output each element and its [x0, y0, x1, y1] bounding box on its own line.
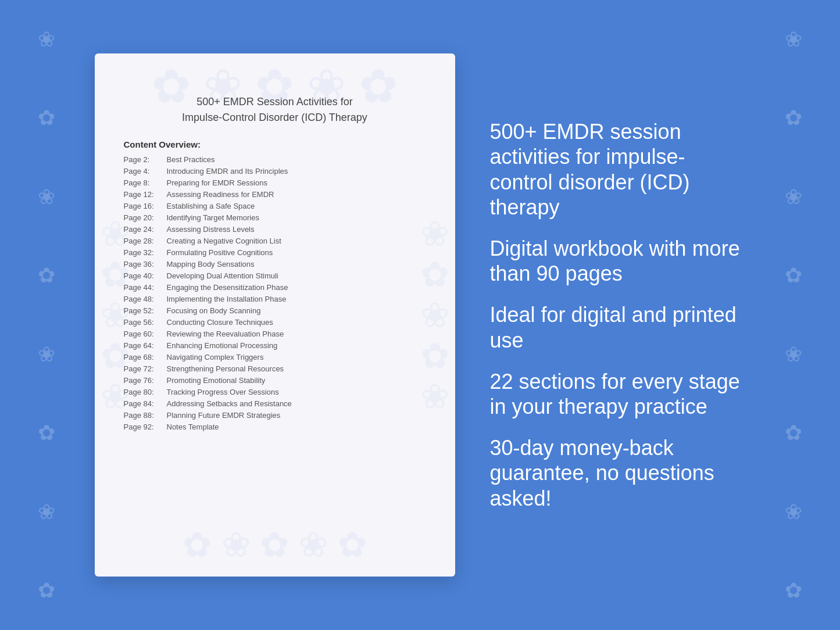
toc-item: Page 88:Planning Future EMDR Strategies: [124, 411, 426, 420]
toc-page-title: Assessing Distress Levels: [167, 225, 255, 234]
toc-page-title: Developing Dual Attention Stimuli: [167, 271, 278, 280]
feature-text-5: 30-day money-back guarantee, no question…: [490, 435, 746, 511]
toc-page-number: Page 32:: [124, 248, 165, 257]
right-panel: 500+ EMDR session activities for impulse…: [490, 119, 746, 510]
toc-item: Page 84:Addressing Setbacks and Resistan…: [124, 399, 426, 408]
floral-icon: ❀: [785, 29, 802, 50]
main-container: ✿ ❀ ✿ ❀ ✿ ✿ ❀ ✿ ❀ ✿ ❀✿❀✿❀ ❀✿❀✿❀ 500+ EMD…: [72, 53, 769, 577]
toc-page-title: Reviewing the Reevaluation Phase: [167, 330, 284, 338]
toc-page-number: Page 2:: [124, 155, 165, 164]
toc-page-number: Page 80:: [124, 388, 165, 396]
toc-page-number: Page 52:: [124, 306, 165, 315]
table-of-contents: Page 2:Best PracticesPage 4:Introducing …: [124, 155, 426, 431]
toc-page-number: Page 28:: [124, 237, 165, 245]
toc-item: Page 28:Creating a Negative Cognition Li…: [124, 237, 426, 245]
toc-page-number: Page 20:: [124, 213, 165, 222]
toc-page-number: Page 16:: [124, 202, 165, 210]
toc-page-title: Creating a Negative Cognition List: [167, 237, 281, 245]
toc-item: Page 44:Engaging the Desensitization Pha…: [124, 283, 426, 292]
toc-item: Page 80:Tracking Progress Over Sessions: [124, 388, 426, 396]
toc-page-title: Introducing EMDR and Its Principles: [167, 167, 288, 176]
floral-icon: ❀: [785, 344, 802, 365]
toc-page-number: Page 64:: [124, 341, 165, 350]
toc-item: Page 48:Implementing the Installation Ph…: [124, 295, 426, 303]
toc-page-title: Focusing on Body Scanning: [167, 306, 261, 315]
toc-item: Page 8:Preparing for EMDR Sessions: [124, 178, 426, 187]
toc-page-title: Implementing the Installation Phase: [167, 295, 287, 303]
toc-page-title: Best Practices: [167, 155, 215, 164]
toc-item: Page 20:Identifying Target Memories: [124, 213, 426, 222]
toc-page-number: Page 12:: [124, 190, 165, 199]
toc-item: Page 36:Mapping Body Sensations: [124, 260, 426, 269]
feature-text-1: 500+ EMDR session activities for impulse…: [490, 119, 746, 220]
toc-page-title: Promoting Emotional Stability: [167, 376, 266, 385]
toc-page-title: Mapping Body Sensations: [167, 260, 255, 269]
toc-page-title: Planning Future EMDR Strategies: [167, 411, 281, 420]
toc-page-number: Page 68:: [124, 353, 165, 361]
floral-right-decoration: ❀ ✿ ❀ ✿ ❀ ✿ ❀ ✿: [747, 0, 840, 630]
toc-page-title: Enhancing Emotional Processing: [167, 341, 278, 350]
feature-text-4: 22 sections for every stage in your ther…: [490, 369, 746, 419]
floral-icon: ❀: [785, 502, 802, 522]
toc-page-number: Page 88:: [124, 411, 165, 420]
document-card: ✿ ❀ ✿ ❀ ✿ ✿ ❀ ✿ ❀ ✿ ❀✿❀✿❀ ❀✿❀✿❀ 500+ EMD…: [95, 53, 455, 577]
toc-page-number: Page 8:: [124, 178, 165, 187]
toc-item: Page 40:Developing Dual Attention Stimul…: [124, 271, 426, 280]
toc-item: Page 76:Promoting Emotional Stability: [124, 376, 426, 385]
toc-item: Page 4:Introducing EMDR and Its Principl…: [124, 167, 426, 176]
toc-page-title: Notes Template: [167, 423, 219, 431]
toc-page-title: Establishing a Safe Space: [167, 202, 255, 210]
floral-icon: ❀: [785, 187, 802, 207]
floral-icon: ✿: [785, 108, 802, 128]
toc-page-number: Page 72:: [124, 364, 165, 373]
toc-page-title: Conducting Closure Techniques: [167, 318, 273, 327]
floral-icon: ✿: [785, 265, 802, 286]
toc-item: Page 60:Reviewing the Reevaluation Phase: [124, 330, 426, 338]
toc-item: Page 64:Enhancing Emotional Processing: [124, 341, 426, 350]
toc-page-title: Identifying Target Memories: [167, 213, 259, 222]
floral-icon: ✿: [785, 580, 802, 601]
floral-icon: ✿: [38, 265, 55, 286]
toc-page-title: Engaging the Desensitization Phase: [167, 283, 288, 292]
toc-item: Page 72:Strengthening Personal Resources: [124, 364, 426, 373]
feature-text-3: Ideal for digital and printed use: [490, 302, 746, 352]
floral-left-decoration: ❀ ✿ ❀ ✿ ❀ ✿ ❀ ✿: [0, 0, 93, 630]
toc-page-number: Page 44:: [124, 283, 165, 292]
toc-item: Page 68:Navigating Complex Triggers: [124, 353, 426, 361]
toc-page-title: Strengthening Personal Resources: [167, 364, 284, 373]
toc-item: Page 2:Best Practices: [124, 155, 426, 164]
toc-page-number: Page 24:: [124, 225, 165, 234]
content-overview-label: Content Overview:: [124, 139, 426, 149]
toc-item: Page 12:Assessing Readiness for EMDR: [124, 190, 426, 199]
floral-icon: ❀: [38, 187, 55, 207]
toc-page-number: Page 84:: [124, 399, 165, 408]
toc-page-title: Addressing Setbacks and Resistance: [167, 399, 292, 408]
toc-page-number: Page 60:: [124, 330, 165, 338]
toc-page-title: Preparing for EMDR Sessions: [167, 178, 267, 187]
toc-page-number: Page 40:: [124, 271, 165, 280]
toc-page-number: Page 92:: [124, 423, 165, 431]
floral-icon: ❀: [38, 344, 55, 365]
floral-icon: ✿: [785, 423, 802, 443]
feature-text-2: Digital workbook with more than 90 pages: [490, 236, 746, 286]
toc-item: Page 92:Notes Template: [124, 423, 426, 431]
toc-page-number: Page 4:: [124, 167, 165, 176]
floral-icon: ❀: [38, 29, 55, 50]
floral-icon: ✿: [38, 108, 55, 128]
document-title: 500+ EMDR Session Activities for Impulse…: [124, 94, 426, 126]
toc-page-number: Page 76:: [124, 376, 165, 385]
toc-item: Page 24:Assessing Distress Levels: [124, 225, 426, 234]
toc-item: Page 16:Establishing a Safe Space: [124, 202, 426, 210]
toc-page-title: Navigating Complex Triggers: [167, 353, 264, 361]
toc-page-title: Formulating Positive Cognitions: [167, 248, 273, 257]
toc-item: Page 32:Formulating Positive Cognitions: [124, 248, 426, 257]
floral-icon: ❀: [38, 502, 55, 522]
watermark-bottom: ✿ ❀ ✿ ❀ ✿: [183, 524, 367, 565]
toc-item: Page 56:Conducting Closure Techniques: [124, 318, 426, 327]
toc-page-title: Assessing Readiness for EMDR: [167, 190, 274, 199]
toc-item: Page 52:Focusing on Body Scanning: [124, 306, 426, 315]
toc-page-title: Tracking Progress Over Sessions: [167, 388, 279, 396]
floral-icon: ✿: [38, 580, 55, 601]
toc-page-number: Page 56:: [124, 318, 165, 327]
toc-page-number: Page 36:: [124, 260, 165, 269]
